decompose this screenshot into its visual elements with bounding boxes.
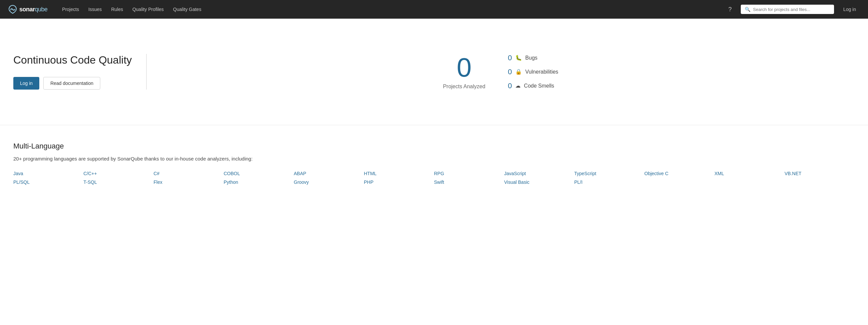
- code-smells-icon: ☁: [515, 83, 521, 89]
- hero-section: Continuous Code Quality Log in Read docu…: [0, 19, 868, 125]
- stats-right: 0 🐛 Bugs 0 🔒 Vulnerabilities 0 ☁ Code Sm…: [505, 54, 558, 90]
- language-link[interactable]: C/C++: [84, 171, 154, 176]
- nav-rules[interactable]: Rules: [107, 0, 127, 19]
- language-link[interactable]: Python: [224, 180, 294, 185]
- language-link[interactable]: T-SQL: [84, 180, 154, 185]
- search-bar[interactable]: 🔍: [741, 5, 834, 14]
- language-link[interactable]: C#: [154, 171, 224, 176]
- brand-logo[interactable]: sonarqube: [8, 5, 48, 14]
- nav-issues[interactable]: Issues: [84, 0, 105, 19]
- login-button[interactable]: Log in: [13, 77, 39, 90]
- language-link[interactable]: PHP: [364, 180, 434, 185]
- vulnerabilities-icon: 🔒: [515, 69, 522, 75]
- language-link[interactable]: VB.NET: [785, 171, 855, 176]
- code-smells-label: Code Smells: [524, 83, 554, 89]
- nav-links: Projects Issues Rules Quality Profiles Q…: [58, 0, 725, 19]
- search-input[interactable]: [753, 7, 830, 12]
- vulnerabilities-stat: 0 🔒 Vulnerabilities: [505, 68, 558, 76]
- language-link[interactable]: Visual Basic: [504, 180, 575, 185]
- language-link[interactable]: JavaScript: [504, 171, 575, 176]
- bugs-stat: 0 🐛 Bugs: [505, 54, 558, 62]
- brand-qube-text: qube: [35, 6, 48, 13]
- languages-grid: JavaC/C++C#COBOLABAPHTMLRPGJavaScriptTyp…: [13, 171, 855, 185]
- projects-count: 0: [443, 54, 485, 81]
- projects-analyzed: 0 Projects Analyzed: [443, 54, 485, 90]
- nav-quality-gates[interactable]: Quality Gates: [169, 0, 206, 19]
- language-link[interactable]: RPG: [434, 171, 504, 176]
- help-button[interactable]: ?: [725, 4, 736, 15]
- nav-right: ? 🔍 Log in: [725, 4, 860, 15]
- read-docs-button[interactable]: Read documentation: [43, 77, 100, 90]
- hero-actions: Log in Read documentation: [13, 77, 133, 90]
- language-link[interactable]: COBOL: [224, 171, 294, 176]
- hero-stats: 0 Projects Analyzed 0 🐛 Bugs 0 🔒 Vulnera…: [147, 54, 855, 90]
- navbar: sonarqube Projects Issues Rules Quality …: [0, 0, 868, 19]
- bugs-label: Bugs: [525, 55, 537, 61]
- language-link[interactable]: XML: [714, 171, 785, 176]
- language-link[interactable]: Objective C: [645, 171, 715, 176]
- languages-description: 20+ programming languages are supported …: [13, 156, 855, 162]
- language-link[interactable]: PL/I: [574, 180, 645, 185]
- language-link[interactable]: ABAP: [294, 171, 364, 176]
- brand: sonarqube: [8, 5, 48, 14]
- language-link[interactable]: Flex: [154, 180, 224, 185]
- brand-sonar-text: sonar: [19, 6, 35, 13]
- languages-title: Multi-Language: [13, 142, 855, 151]
- code-smells-count: 0: [505, 82, 512, 90]
- language-link[interactable]: HTML: [364, 171, 434, 176]
- code-smells-stat: 0 ☁ Code Smells: [505, 82, 558, 90]
- nav-quality-profiles[interactable]: Quality Profiles: [128, 0, 167, 19]
- language-link[interactable]: PL/SQL: [13, 180, 84, 185]
- search-icon: 🔍: [745, 7, 750, 12]
- languages-section: Multi-Language 20+ programming languages…: [0, 125, 868, 201]
- vulnerabilities-label: Vulnerabilities: [525, 69, 558, 75]
- nav-projects[interactable]: Projects: [58, 0, 83, 19]
- language-link[interactable]: TypeScript: [574, 171, 645, 176]
- login-nav-button[interactable]: Log in: [839, 5, 860, 14]
- bugs-icon: 🐛: [515, 55, 522, 61]
- language-link[interactable]: Groovy: [294, 180, 364, 185]
- bugs-count: 0: [505, 54, 512, 62]
- projects-label: Projects Analyzed: [443, 84, 485, 90]
- vulnerabilities-count: 0: [505, 68, 512, 76]
- hero-title: Continuous Code Quality: [13, 54, 133, 66]
- language-link[interactable]: Swift: [434, 180, 504, 185]
- hero-left: Continuous Code Quality Log in Read docu…: [13, 54, 147, 90]
- language-link[interactable]: Java: [13, 171, 84, 176]
